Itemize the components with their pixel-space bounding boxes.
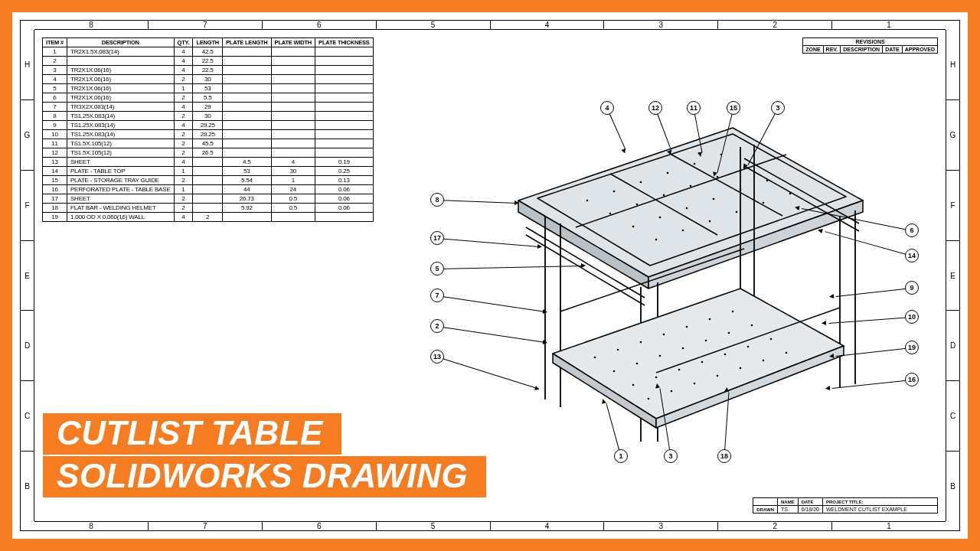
balloon-1: 1 [614,449,628,463]
revisions-header: APPROVED [902,46,937,54]
svg-point-29 [705,340,707,342]
svg-point-21 [663,334,665,336]
leader-arrow [543,340,550,345]
leader-arrow [543,309,550,315]
table-row: 3TR2X1X.06(16)422.5 [43,66,374,75]
revisions-header-row: ZONEREV.DESCRIPTIONDATEAPPROVED [803,46,938,54]
svg-point-32 [632,384,635,386]
svg-point-20 [640,341,642,344]
svg-point-58 [632,226,635,228]
zone-label: 5 [376,522,490,530]
table-row: 12TS1.5X.105(12)226.5 [43,148,374,158]
table-row: 15PLATE - STORAGE TRAY GUIDE25.5410.13 [43,176,374,185]
tb-drawn-name: TS [777,506,798,514]
zone-label: H [946,30,959,99]
zone-label: 2 [717,522,831,530]
revisions-header: REV. [823,46,841,54]
zone-label: 7 [148,21,262,29]
tb-drawn-label: DRAWN [753,506,778,514]
cutlist-header: PLATE WIDTH [271,38,315,47]
table-row: 4TR2X1X.06(16)230 [43,75,374,84]
zone-label: 7 [148,522,262,530]
table-row: 6TR2X1X.06(16)25.5 [43,93,374,103]
zone-label: B [946,451,959,521]
svg-point-52 [609,213,612,215]
table-row: 10TS1.25X.083(14)228.25 [43,130,374,139]
balloon-19: 19 [905,341,919,354]
zone-label: H [21,30,34,99]
svg-point-27 [659,355,662,357]
svg-point-41 [694,383,696,385]
svg-marker-0 [518,128,863,277]
balloon-5: 5 [430,262,444,276]
caption-line-2: SOLIDWORKS DRAWING [43,456,486,497]
zone-label: G [21,99,34,170]
table-row: 11TS1.5X.105(12)245.5 [43,139,374,148]
balloon-15: 15 [727,101,740,115]
cutlist-header-row: ITEM #DESCRIPTIONQTY.LENGTHPLATE LENGTHP… [43,38,374,47]
balloon-9: 9 [905,281,919,295]
revisions-header: DATE [883,46,903,54]
balloon-11: 11 [687,101,701,115]
zone-label: 1 [831,21,946,29]
zone-ruler-top: 87654321 [34,21,946,30]
table-row: 1TR2X1.5X.083(14)442.5 [43,47,374,57]
svg-point-39 [648,398,650,400]
leader-arrow [819,321,826,326]
balloon-7: 7 [430,289,444,302]
tb-project-title: WELDMENT CUTLIST EXAMPLE [823,506,938,514]
revisions-block: REVISIONS ZONEREV.DESCRIPTIONDATEAPPROVE… [802,37,938,54]
svg-point-31 [751,324,753,327]
svg-point-47 [613,191,616,193]
svg-point-66 [709,220,711,223]
zone-label: 3 [603,21,717,29]
tb-project-label: PROJECT TITLE: [823,498,938,506]
svg-point-59 [659,217,662,219]
leader-arrow [581,263,588,268]
zone-ruler-right: HGFEDCB [946,30,959,521]
zone-label: 8 [34,522,148,530]
iso-drawing-view: 412111538175721361491019161318 [411,82,947,480]
zone-label: 8 [34,21,148,29]
revisions-header: DESCRIPTION [841,46,883,54]
table-model-svg [411,82,947,480]
leader-arrow [655,381,660,389]
svg-point-53 [636,204,639,206]
svg-point-33 [655,377,658,379]
zone-label: D [946,310,959,380]
svg-point-65 [682,230,684,232]
leader-arrow [724,385,730,392]
svg-point-61 [713,198,715,201]
zone-label: 6 [262,21,376,29]
svg-point-34 [678,369,681,371]
cutlist-header: QTY. [174,38,193,47]
zone-label: 6 [262,522,376,530]
cutlist-header: ITEM # [43,38,67,47]
svg-point-50 [694,163,696,165]
balloon-17: 17 [430,231,444,245]
svg-point-26 [636,363,639,365]
tb-name-header: NAME [777,498,798,506]
table-row: 8TS1.25X.083(14)230 [43,112,374,121]
zone-label: E [21,240,34,311]
outer-frame: 87654321 87654321 HGFEDCB HGFEDCB ITEM #… [0,0,980,551]
balloon-3: 3 [771,101,785,115]
svg-point-49 [667,172,669,174]
svg-point-46 [586,200,589,202]
zone-label: 2 [717,21,831,29]
svg-point-24 [732,311,734,313]
svg-point-44 [763,360,765,362]
revisions-title: REVISIONS [803,38,938,46]
svg-point-68 [763,202,765,204]
balloon-18: 18 [717,449,731,463]
zone-label: 3 [603,522,717,530]
svg-point-54 [663,194,665,197]
cutlist-table: ITEM #DESCRIPTIONQTY.LENGTHPLATE LENGTHP… [42,37,374,222]
table-row: 14PLATE - TABLE TOP153300.25 [43,167,374,176]
zone-label: G [946,99,959,170]
svg-point-25 [613,370,616,373]
revisions-header: ZONE [803,46,823,54]
balloon-10: 10 [905,310,919,324]
svg-point-19 [617,349,619,351]
zone-ruler-left: HGFEDCB [21,30,34,521]
